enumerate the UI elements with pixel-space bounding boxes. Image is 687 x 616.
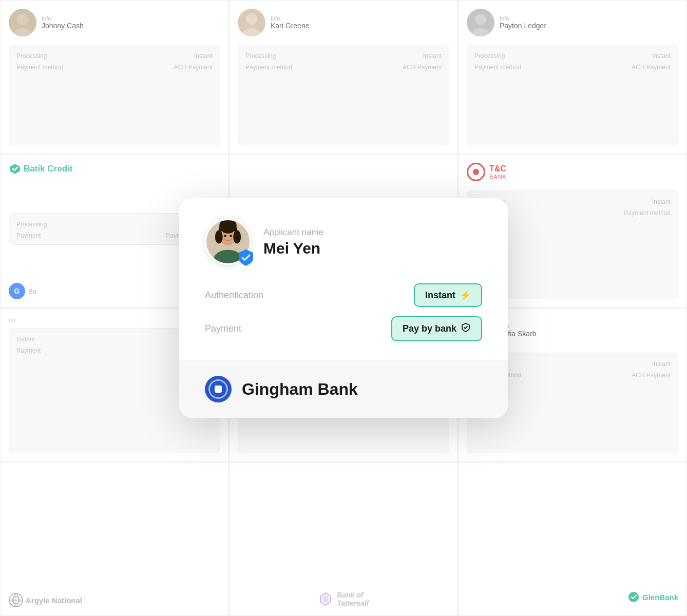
gingham-bank-name: Gingham Bank (242, 380, 358, 399)
bg-ach-3: ACH Payment (632, 64, 671, 71)
bg-cell-bankot: Bank of Tattersall (229, 462, 458, 616)
authentication-label: Authentication (205, 290, 263, 301)
bg-instant-2: Instant (423, 52, 442, 60)
gingham-icon-center (215, 386, 222, 393)
modal-top-section: Applicant name Mei Yen Authentication In… (179, 198, 508, 360)
detail-rows: Authentication Instant ⚡ Payment Pay by … (205, 283, 482, 341)
bg-instant-3: Instant (652, 52, 671, 60)
authentication-row: Authentication Instant ⚡ (205, 283, 482, 307)
bg-cell-johnny: Info Johnny Cash Processing Instant Paym… (0, 0, 229, 154)
bg-instant-1: Instant (194, 52, 213, 60)
verified-shield-badge (237, 248, 255, 267)
modal-bottom-section: Gingham Bank (179, 360, 508, 418)
svg-point-7 (475, 14, 486, 25)
applicant-info: Applicant name Mei Yen (263, 227, 323, 257)
svg-point-29 (230, 235, 232, 237)
svg-point-24 (215, 230, 223, 243)
argyle-national-logo: Argyle National (9, 593, 220, 607)
bg-avatar-payton (467, 9, 494, 36)
bg-cell-payton: Info Payton Ledger Processing Instant Pa… (458, 0, 687, 154)
bg-ach-1: ACH Payment (174, 64, 213, 71)
bg-pm-1: Payment method (16, 64, 63, 71)
gingham-icon-ring (208, 379, 228, 399)
bg-pm-3: Payment method (474, 64, 521, 71)
bg-info-label-3: Info (500, 15, 546, 22)
bankot-logo: Bank of Tattersall (318, 591, 369, 607)
svg-point-1 (17, 14, 28, 25)
shield-check-icon (461, 322, 471, 335)
avatar-wrapper (205, 219, 251, 265)
svg-point-28 (224, 235, 226, 237)
lightning-icon: ⚡ (460, 290, 471, 301)
bg-cell-kari: Info Kari Greene Processing Instant Paym… (229, 0, 458, 154)
bg-info-label-2: Info (271, 15, 309, 22)
svg-point-25 (233, 230, 241, 243)
applicant-name-label: Applicant name (263, 227, 323, 238)
bg-name-payton: Payton Ledger (500, 22, 546, 30)
applicant-section: Applicant name Mei Yen (205, 219, 482, 265)
glenbank-logo: GlenBank (627, 591, 678, 603)
bg-processing-2: Processing (245, 52, 276, 60)
bg-pm-2: Payment method (245, 64, 292, 71)
batik-logo: Batik Credit (9, 163, 220, 175)
pay-by-bank-badge: Pay by bank (391, 316, 482, 341)
bg-cell-glenbank: GlenBank (458, 462, 687, 616)
payment-row: Payment Pay by bank (205, 316, 482, 341)
bg-processing-1: Processing (16, 52, 47, 60)
bg-cell-argyle: Argyle National (0, 462, 229, 616)
gingham-bank-icon (205, 376, 232, 402)
instant-badge-text: Instant (425, 290, 455, 301)
bg-processing-3: Processing (474, 52, 505, 60)
bg-name-kari: Kari Greene (271, 22, 309, 30)
svg-point-4 (246, 13, 257, 25)
pay-by-bank-text: Pay by bank (403, 323, 456, 334)
instant-badge: Instant ⚡ (414, 283, 482, 307)
applicant-name-value: Mei Yen (263, 240, 323, 257)
modal-card: Applicant name Mei Yen Authentication In… (179, 198, 508, 418)
bg-avatar-johnny (9, 9, 36, 36)
bg-ach-2: ACH Payment (403, 64, 442, 71)
bg-info-label-1: Info (42, 15, 84, 22)
bg-avatar-kari (238, 9, 265, 36)
bg-name-johnny: Johnny Cash (42, 22, 84, 30)
payment-label: Payment (205, 323, 241, 334)
tc-logo: T&C (489, 164, 507, 174)
